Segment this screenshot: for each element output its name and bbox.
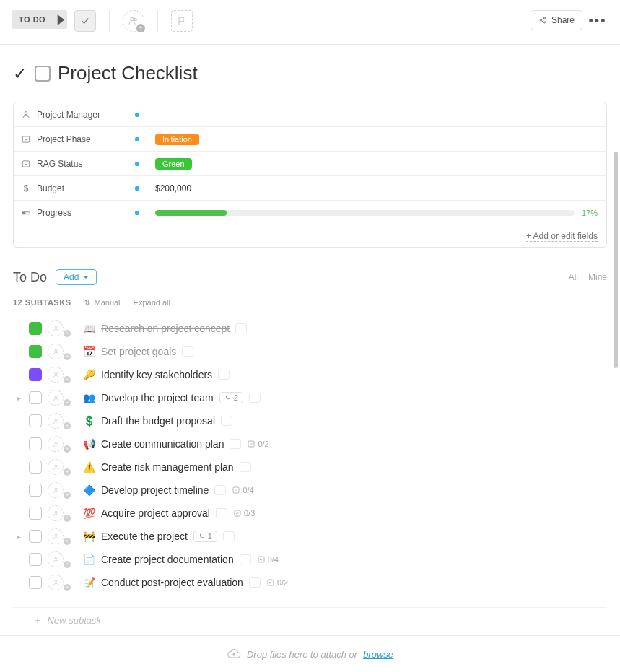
assignee-avatar[interactable] [48,413,64,429]
task-checkbox[interactable] [29,391,42,404]
assignee-avatar[interactable] [48,482,64,498]
task-row[interactable]: ▸ + 🚧 Execute the project 1 [13,525,607,548]
task-title[interactable]: Acquire project approval [101,507,210,519]
expand-all-control[interactable]: Expand all [134,298,170,307]
task-row[interactable]: + 🔷 Develop project timeline 0/4 [13,479,607,502]
task-title[interactable]: Create communication plan [101,438,224,450]
task-row[interactable]: + 📢 Create communication plan 0/2 [13,432,607,455]
scrollbar[interactable] [611,152,620,556]
assignee-avatar[interactable] [48,320,64,336]
task-checkbox[interactable] [29,507,42,520]
task-checkbox[interactable] [29,530,42,543]
tag-placeholder[interactable] [230,439,241,449]
tag-placeholder[interactable] [249,577,261,588]
assignee-avatar[interactable] [48,367,64,383]
assignee-avatar[interactable] [48,575,64,590]
sort-control[interactable]: Manual [84,298,120,307]
task-checkbox[interactable] [29,414,42,427]
tag-placeholder[interactable] [235,323,247,333]
task-row[interactable]: + 📝 Conduct post-project evaluation 0/2 [13,571,607,594]
subtask-count-badge[interactable]: 1 [193,531,217,542]
custom-field-row[interactable]: Project Phase Initiation [14,127,606,152]
dropzone-browse-link[interactable]: browse [363,649,393,660]
status-button[interactable]: TO DO [12,10,53,29]
subtask-count-badge[interactable]: 2 [219,392,243,403]
more-menu-button[interactable]: ••• [587,10,608,32]
task-title[interactable]: Research on project concept [101,323,230,334]
assignee-avatar[interactable] [48,390,64,406]
tag-placeholder[interactable] [221,416,232,426]
task-checkbox[interactable] [29,437,42,450]
assignee-avatar[interactable] [48,344,64,359]
task-row[interactable]: + 📖 Research on project concept [13,317,607,340]
custom-field-row[interactable]: RAG Status Green [14,152,606,176]
task-row[interactable]: + 📅 Set project goals [13,340,607,363]
new-subtask-input[interactable]: + New subtask [13,607,607,633]
field-value-cell[interactable]: 17% [147,204,606,222]
scrollbar-thumb[interactable] [614,152,618,368]
tag-placeholder[interactable] [182,346,193,357]
task-checkbox[interactable] [29,368,42,381]
custom-field-row[interactable]: Project Manager [14,102,606,127]
tag-placeholder[interactable] [223,531,235,541]
assignee-avatar[interactable] [48,505,64,521]
share-button[interactable]: Share [531,10,582,30]
task-row[interactable]: + 💯 Acquire project approval 0/3 [13,502,607,525]
task-title[interactable]: Create project documentation [101,554,234,565]
svg-rect-9 [22,212,26,214]
mark-complete-button[interactable] [74,10,96,32]
task-title[interactable]: Draft the budget proposal [101,415,215,427]
task-title[interactable]: Execute the project [101,531,188,542]
task-row[interactable]: + 💲 Draft the budget proposal [13,409,607,432]
task-checkbox[interactable] [29,484,42,497]
task-title[interactable]: Set project goals [101,346,176,357]
field-value-cell[interactable] [147,110,606,119]
task-row[interactable]: + 🔑 Identify key stakeholders [13,363,607,386]
task-title[interactable]: Create risk management plan [101,461,234,473]
task-row[interactable]: ▸ + 👥 Develop the project team 2 [13,386,607,409]
custom-field-row[interactable]: Progress 17% [14,201,606,225]
field-value-cell[interactable]: $200,000 [147,179,606,198]
tag-placeholder[interactable] [216,508,227,518]
task-title[interactable]: Develop project timeline [101,484,209,496]
filter-all[interactable]: All [569,272,578,282]
tag-placeholder[interactable] [218,370,230,380]
field-label: Project Phase [14,130,147,149]
add-task-button[interactable]: Add [56,269,97,285]
assignee-avatar[interactable] [48,459,64,475]
task-title[interactable]: Develop the project team [101,392,214,403]
status-next-button[interactable] [53,10,67,29]
tag-placeholder[interactable] [240,554,251,564]
assignee-avatar[interactable] [48,528,64,544]
add-fields-link[interactable]: + Add or edit fields [526,231,598,242]
assignee-avatar[interactable] [48,436,64,452]
priority-button[interactable] [171,10,193,32]
attachment-dropzone[interactable]: Drop files here to attach or browse [0,635,620,672]
task-checkbox[interactable] [29,576,42,589]
custom-field-row[interactable]: $ Budget $200,000 [14,176,606,201]
assignees-button[interactable]: + [123,10,144,32]
tag-placeholder[interactable] [240,462,251,472]
task-checkbox[interactable] [29,553,42,566]
task-row[interactable]: + ⚠️ Create risk management plan [13,455,607,479]
tag-placeholder[interactable] [214,485,226,495]
task-row[interactable]: + 📄 Create project documentation 0/4 [13,548,607,571]
filter-mine[interactable]: Mine [588,272,607,282]
tag-placeholder[interactable] [249,393,261,403]
add-fields-row[interactable]: + Add or edit fields [14,225,606,247]
svg-point-0 [131,17,134,20]
field-value-cell[interactable]: Initiation [147,129,606,149]
task-title[interactable]: Identify key stakeholders [101,369,212,380]
task-title[interactable]: Conduct post-project evaluation [101,577,243,588]
expand-caret-icon[interactable]: ▸ [17,394,23,402]
page-title[interactable]: Project Checklist [58,62,198,84]
task-checkbox[interactable] [29,461,42,474]
assignee-avatar[interactable] [48,551,64,567]
field-label-text: Budget [37,183,64,193]
task-checkbox[interactable] [29,322,42,335]
task-checkbox[interactable] [29,345,42,358]
task-emoji-icon: 📖 [82,323,95,334]
svg-point-13 [54,396,56,398]
expand-caret-icon[interactable]: ▸ [17,533,23,541]
field-value-cell[interactable]: Green [147,154,606,174]
